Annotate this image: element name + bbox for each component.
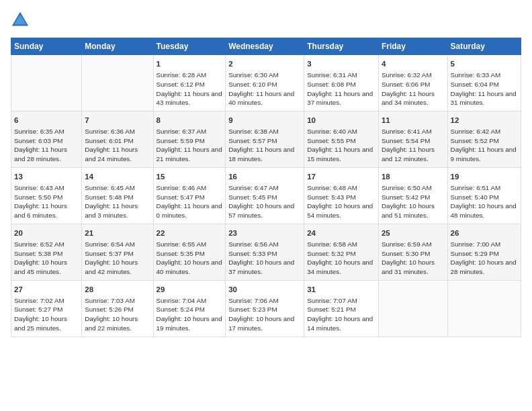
day-header-wednesday: Wednesday [226, 38, 304, 55]
day-info-line: Daylight: 10 hours and 45 minutes. [14, 258, 79, 276]
day-info-line: Sunrise: 6:48 AM [307, 183, 375, 193]
day-info-line: Sunrise: 6:40 AM [307, 127, 375, 136]
day-info-line: Sunset: 5:43 PM [307, 193, 375, 202]
day-number: 19 [451, 171, 518, 182]
day-number: 13 [14, 171, 79, 182]
calendar-cell [82, 55, 153, 111]
day-number: 20 [14, 228, 79, 238]
day-info-line: Daylight: 10 hours and 25 minutes. [14, 314, 79, 332]
calendar-cell: 4Sunrise: 6:32 AMSunset: 6:06 PMDaylight… [378, 55, 447, 111]
day-info-line: Daylight: 11 hours and 28 minutes. [14, 145, 79, 163]
day-info-line: Sunset: 5:57 PM [228, 136, 301, 146]
day-info-line: Sunrise: 7:03 AM [85, 296, 150, 306]
calendar-cell: 21Sunrise: 6:54 AMSunset: 5:37 PMDayligh… [82, 224, 153, 280]
day-info-line: Sunrise: 6:37 AM [157, 127, 223, 136]
day-info-line: Sunrise: 6:47 AM [228, 183, 301, 193]
day-info-line: Daylight: 11 hours and 9 minutes. [451, 145, 518, 163]
day-info-line: Sunrise: 6:43 AM [14, 183, 79, 193]
day-info-line: Daylight: 10 hours and 54 minutes. [307, 201, 375, 220]
day-info-line: Daylight: 11 hours and 3 minutes. [85, 201, 150, 220]
day-info-line: Sunset: 5:24 PM [157, 305, 223, 314]
day-number: 10 [307, 115, 375, 126]
calendar-cell: 5Sunrise: 6:33 AMSunset: 6:04 PMDaylight… [447, 55, 521, 111]
day-info-line: Sunrise: 6:59 AM [382, 240, 445, 249]
day-info-line: Sunset: 6:01 PM [85, 136, 150, 146]
calendar-cell: 2Sunrise: 6:30 AMSunset: 6:10 PMDaylight… [226, 55, 304, 111]
calendar-cell: 6Sunrise: 6:35 AMSunset: 6:03 PMDaylight… [11, 111, 82, 167]
day-info-line: Daylight: 10 hours and 57 minutes. [228, 201, 301, 220]
day-info-line: Sunrise: 6:46 AM [157, 183, 223, 193]
day-info-line: Sunrise: 6:45 AM [85, 183, 150, 193]
day-info-line: Daylight: 10 hours and 31 minutes. [382, 258, 445, 276]
calendar-cell: 7Sunrise: 6:36 AMSunset: 6:01 PMDaylight… [82, 111, 153, 167]
day-number: 22 [157, 228, 223, 238]
day-info-line: Daylight: 10 hours and 19 minutes. [157, 314, 223, 332]
calendar-table: SundayMondayTuesdayWednesdayThursdayFrid… [11, 38, 521, 337]
calendar-cell: 14Sunrise: 6:45 AMSunset: 5:48 PMDayligh… [82, 167, 153, 224]
day-info-line: Sunrise: 6:42 AM [451, 127, 518, 136]
calendar-cell: 23Sunrise: 6:56 AMSunset: 5:33 PMDayligh… [226, 224, 304, 280]
calendar-cell: 11Sunrise: 6:41 AMSunset: 5:54 PMDayligh… [378, 111, 447, 167]
calendar-cell: 15Sunrise: 6:46 AMSunset: 5:47 PMDayligh… [153, 167, 226, 224]
day-info-line: Sunrise: 6:55 AM [157, 240, 223, 249]
day-number: 21 [85, 228, 150, 238]
day-info-line: Sunrise: 6:36 AM [85, 127, 150, 136]
day-number: 16 [228, 171, 301, 182]
day-number: 14 [85, 171, 150, 182]
day-info-line: Sunrise: 6:41 AM [382, 127, 445, 136]
day-info-line: Sunset: 5:23 PM [228, 305, 301, 314]
day-info-line: Sunset: 5:50 PM [14, 193, 79, 202]
day-info-line: Daylight: 11 hours and 37 minutes. [307, 89, 375, 107]
day-info-line: Sunset: 6:08 PM [307, 80, 375, 89]
calendar-cell: 8Sunrise: 6:37 AMSunset: 5:59 PMDaylight… [153, 111, 226, 167]
day-header-thursday: Thursday [304, 38, 379, 55]
day-info-line: Daylight: 11 hours and 31 minutes. [451, 89, 518, 107]
calendar-cell: 3Sunrise: 6:31 AMSunset: 6:08 PMDaylight… [304, 55, 379, 111]
day-info-line: Sunset: 6:12 PM [157, 80, 223, 89]
day-info-line: Daylight: 11 hours and 24 minutes. [85, 145, 150, 163]
calendar-week-row: 27Sunrise: 7:02 AMSunset: 5:27 PMDayligh… [11, 280, 521, 336]
day-info-line: Daylight: 10 hours and 17 minutes. [228, 314, 301, 332]
day-info-line: Sunset: 6:03 PM [14, 136, 79, 146]
day-number: 8 [157, 115, 223, 126]
day-number: 15 [157, 171, 223, 182]
day-number: 26 [451, 228, 518, 238]
day-info-line: Sunset: 5:54 PM [382, 136, 445, 146]
day-info-line: Sunset: 6:04 PM [451, 80, 518, 89]
day-info-line: Sunset: 5:35 PM [157, 249, 223, 259]
day-info-line: Sunset: 5:55 PM [307, 136, 375, 146]
day-info-line: Sunset: 5:27 PM [14, 305, 79, 314]
calendar-cell: 18Sunrise: 6:50 AMSunset: 5:42 PMDayligh… [378, 167, 447, 224]
day-number: 9 [228, 115, 301, 126]
day-info-line: Sunset: 5:40 PM [451, 193, 518, 202]
day-info-line: Sunrise: 7:06 AM [228, 296, 301, 306]
day-header-monday: Monday [82, 38, 153, 55]
day-header-saturday: Saturday [447, 38, 521, 55]
calendar-week-row: 20Sunrise: 6:52 AMSunset: 5:38 PMDayligh… [11, 224, 521, 280]
day-info-line: Sunset: 5:33 PM [228, 249, 301, 259]
day-number: 6 [14, 115, 79, 126]
day-info-line: Daylight: 10 hours and 42 minutes. [85, 258, 150, 276]
calendar-cell: 12Sunrise: 6:42 AMSunset: 5:52 PMDayligh… [447, 111, 521, 167]
calendar-cell: 30Sunrise: 7:06 AMSunset: 5:23 PMDayligh… [226, 280, 304, 336]
day-info-line: Sunrise: 6:31 AM [307, 71, 375, 80]
day-info-line: Sunrise: 6:38 AM [228, 127, 301, 136]
calendar-week-row: 1Sunrise: 6:28 AMSunset: 6:12 PMDaylight… [11, 55, 521, 111]
logo-icon [11, 11, 30, 30]
day-info-line: Daylight: 11 hours and 15 minutes. [307, 145, 375, 163]
day-number: 4 [382, 58, 445, 69]
day-info-line: Sunrise: 6:56 AM [228, 240, 301, 249]
day-info-line: Sunrise: 7:07 AM [307, 296, 375, 306]
day-number: 1 [157, 58, 223, 69]
day-info-line: Daylight: 11 hours and 6 minutes. [14, 201, 79, 220]
day-info-line: Sunset: 5:48 PM [85, 193, 150, 202]
day-info-line: Daylight: 11 hours and 12 minutes. [382, 145, 445, 163]
day-info-line: Daylight: 10 hours and 48 minutes. [451, 201, 518, 220]
day-info-line: Sunrise: 6:30 AM [228, 71, 301, 80]
calendar-cell: 20Sunrise: 6:52 AMSunset: 5:38 PMDayligh… [11, 224, 82, 280]
day-info-line: Daylight: 11 hours and 18 minutes. [228, 145, 301, 163]
day-info-line: Sunset: 5:26 PM [85, 305, 150, 314]
day-header-sunday: Sunday [11, 38, 82, 55]
logo [11, 11, 32, 30]
day-header-friday: Friday [378, 38, 447, 55]
